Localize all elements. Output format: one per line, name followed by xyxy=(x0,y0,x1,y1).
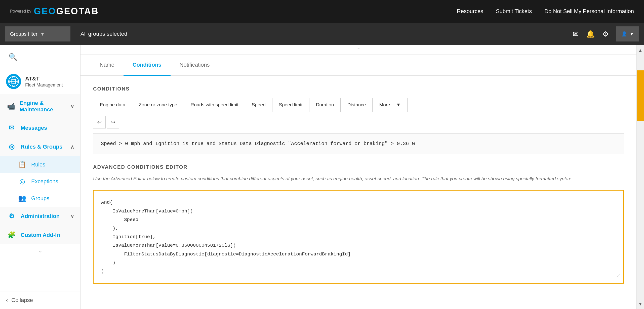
sidebar-item-groups[interactable]: 👥 Groups xyxy=(0,190,80,207)
collapse-label: Collapse xyxy=(11,297,33,303)
sidebar-item-engine-label: Engine & Maintenance xyxy=(20,100,66,113)
right-scrollbar: ▲ ▼ xyxy=(636,45,644,309)
redo-button[interactable]: ↪ xyxy=(107,116,119,128)
engine-icon: 📹 xyxy=(7,103,15,110)
zone-zone-type-button[interactable]: Zone or zone type xyxy=(132,98,184,112)
speed-button[interactable]: Speed xyxy=(245,98,272,112)
resize-handle-icon: ⟋ xyxy=(616,272,621,281)
att-logo-circle xyxy=(6,74,21,89)
more-button[interactable]: More... ▼ xyxy=(373,98,407,112)
tab-notifications[interactable]: Notifications xyxy=(171,55,219,76)
do-not-sell-link[interactable]: Do Not Sell My Personal Information xyxy=(544,8,634,15)
conditions-section-title: CONDITIONS xyxy=(93,86,624,92)
bell-icon[interactable]: 🔔 xyxy=(586,30,595,38)
more-arrow-icon: ▼ xyxy=(396,102,401,108)
sidebar-sub-rules-label: Rules xyxy=(31,161,45,168)
att-logo-area: AT&T Fleet Management xyxy=(0,69,80,94)
exceptions-icon: ◎ xyxy=(18,178,27,185)
rules-groups-chevron-icon: ∧ xyxy=(70,144,74,150)
scrollbar-thumb[interactable] xyxy=(637,70,644,121)
resources-link[interactable]: Resources xyxy=(457,8,483,15)
content-with-scrollbar: ⌃ Name Conditions Notifications CONDITIO… xyxy=(80,45,644,309)
advanced-description: Use the Advanced Editor below to create … xyxy=(93,175,624,183)
collapse-arrow-icon: ‹ xyxy=(6,297,8,303)
sidebar-collapse-button[interactable]: ‹ Collapse xyxy=(0,291,80,309)
duration-button[interactable]: Duration xyxy=(309,98,341,112)
condition-display: Speed > 0 mph and Ignition is true and S… xyxy=(93,134,624,154)
administration-chevron-icon: ∨ xyxy=(70,213,74,219)
geotab-logo: GEOGEOTAB xyxy=(34,6,99,17)
sidebar-item-rules-groups[interactable]: ◎ Rules & Groups ∧ xyxy=(0,137,80,156)
att-text-area: AT&T Fleet Management xyxy=(25,75,63,88)
groups-filter-dropdown[interactable]: Groups filter ▼ xyxy=(5,26,70,41)
groups-filter-bar: Groups filter ▼ All groups selected ✉ 🔔 … xyxy=(0,23,644,45)
submit-tickets-link[interactable]: Submit Tickets xyxy=(496,8,532,15)
scrollbar-track xyxy=(637,121,644,299)
chevron-down-icon: ⌄ xyxy=(38,247,43,254)
user-dropdown-arrow-icon: ▼ xyxy=(629,31,634,37)
sidebar-item-administration-label: Administration xyxy=(21,213,60,219)
sidebar-item-messages[interactable]: ✉ Messages xyxy=(0,118,80,137)
conditions-buttons-bar: Engine data Zone or zone type Roads with… xyxy=(93,98,408,112)
engine-chevron-icon: ∨ xyxy=(70,103,74,109)
sidebar-item-rules[interactable]: 📋 Rules xyxy=(0,156,80,173)
sidebar-item-administration[interactable]: ⚙ Administration ∨ xyxy=(0,207,80,226)
rules-icon: 📋 xyxy=(18,161,27,168)
powered-by-text: Powered by xyxy=(10,9,31,14)
user-button[interactable]: 👤 ▼ xyxy=(616,26,639,41)
advanced-editor[interactable]: And( IsValueMoreThan[value=0mph]( Speed … xyxy=(93,190,624,284)
top-nav: Resources Submit Tickets Do Not Sell My … xyxy=(457,8,634,15)
sidebar-search-area: 🔍 xyxy=(0,45,80,69)
scroll-up-area: ⌃ xyxy=(80,45,636,55)
sidebar-item-exceptions[interactable]: ◎ Exceptions xyxy=(0,173,80,190)
content-area: ⌃ Name Conditions Notifications CONDITIO… xyxy=(80,45,636,309)
scroll-down-button[interactable]: ▼ xyxy=(637,299,644,309)
main-layout: 🔍 AT&T Fleet Management 📹 Engine & Ma xyxy=(0,45,644,309)
tab-name[interactable]: Name xyxy=(91,55,124,76)
undo-redo-bar: ↩ ↪ xyxy=(93,116,624,128)
sidebar-sub-exceptions-label: Exceptions xyxy=(31,178,58,185)
distance-button[interactable]: Distance xyxy=(341,98,373,112)
topbar-icons: ✉ 🔔 ⚙ 👤 ▼ xyxy=(573,26,639,41)
scroll-up-icon: ⌃ xyxy=(356,47,361,53)
tab-conditions[interactable]: Conditions xyxy=(124,55,171,76)
engine-data-button[interactable]: Engine data xyxy=(93,98,132,112)
undo-button[interactable]: ↩ xyxy=(93,116,106,128)
groups-filter-label: Groups filter xyxy=(10,31,37,37)
att-sub: Fleet Management xyxy=(25,82,63,88)
advanced-conditions-title: ADVANCED CONDITIONS EDITOR xyxy=(93,164,624,170)
custom-addin-icon: 🧩 xyxy=(7,231,16,239)
redo-icon: ↪ xyxy=(111,119,115,125)
groups-icon: 👥 xyxy=(18,194,27,202)
sidebar-sub-groups-label: Groups xyxy=(31,195,49,202)
sidebar-item-custom-addin-label: Custom Add-In xyxy=(21,232,60,238)
sidebar-scroll-indicator: ⌄ xyxy=(0,244,80,256)
sidebar-item-engine[interactable]: 📹 Engine & Maintenance ∨ xyxy=(0,94,80,118)
speed-limit-button[interactable]: Speed limit xyxy=(272,98,309,112)
sidebar-item-messages-label: Messages xyxy=(21,125,47,131)
scroll-up-button[interactable]: ▲ xyxy=(637,45,644,55)
sidebar-item-rules-groups-label: Rules & Groups xyxy=(21,144,62,150)
rules-groups-icon: ◎ xyxy=(7,143,16,151)
undo-icon: ↩ xyxy=(97,119,102,125)
att-name: AT&T xyxy=(25,75,63,82)
sidebar: 🔍 AT&T Fleet Management 📹 Engine & Ma xyxy=(0,45,80,309)
tabs-bar: Name Conditions Notifications xyxy=(80,55,636,76)
dropdown-arrow-icon: ▼ xyxy=(40,31,45,37)
logo-area: Powered by GEOGEOTAB xyxy=(10,6,99,17)
roads-speed-limit-button[interactable]: Roads with speed limit xyxy=(184,98,245,112)
search-icon[interactable]: 🔍 xyxy=(6,50,20,64)
messages-icon: ✉ xyxy=(7,124,16,132)
mail-icon[interactable]: ✉ xyxy=(573,30,579,38)
groups-filter-value: All groups selected xyxy=(80,31,127,37)
topbar: Powered by GEOGEOTAB Resources Submit Ti… xyxy=(0,0,644,23)
gear-icon[interactable]: ⚙ xyxy=(602,30,609,38)
conditions-content: CONDITIONS Engine data Zone or zone type… xyxy=(80,76,636,294)
user-icon: 👤 xyxy=(621,31,627,37)
sidebar-item-custom-addin[interactable]: 🧩 Custom Add-In xyxy=(0,226,80,244)
administration-icon: ⚙ xyxy=(7,212,16,220)
